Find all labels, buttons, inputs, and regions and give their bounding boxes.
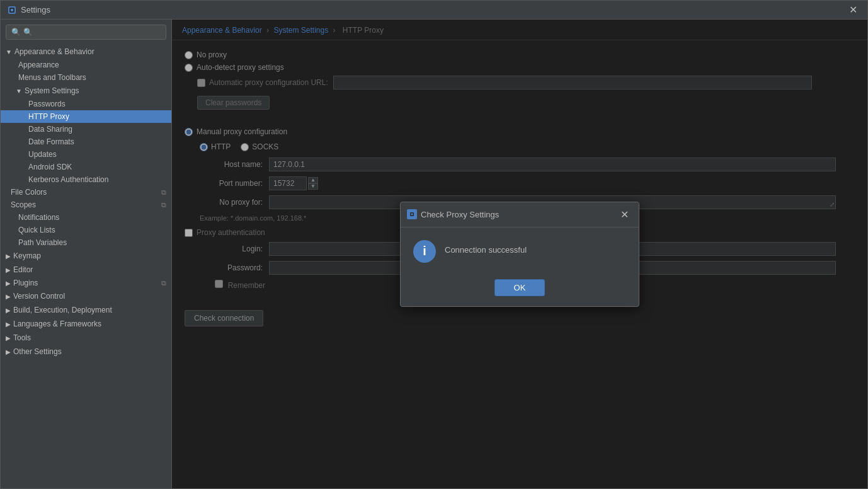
sidebar-item-android-sdk[interactable]: Android SDK — [1, 161, 171, 173]
arrow-icon: ▶ — [6, 321, 11, 328]
check-proxy-dialog: Check Proxy Settings ✕ i Connection succ… — [400, 202, 639, 307]
sidebar-item-label: Kerberos Authentication — [28, 175, 108, 184]
sidebar-item-http-proxy[interactable]: HTTP Proxy — [1, 110, 171, 123]
info-icon: i — [413, 240, 436, 263]
dialog-message: Connection successful — [445, 240, 527, 255]
dialog-title-bar: Check Proxy Settings ✕ — [401, 202, 639, 227]
sidebar-group-label: Tools — [13, 333, 31, 342]
sidebar-group-other-settings[interactable]: ▶ Other Settings — [1, 345, 171, 359]
sidebar-group-build-execution[interactable]: ▶ Build, Execution, Deployment — [1, 303, 171, 317]
copy-icon: ⧉ — [161, 201, 166, 209]
sidebar-item-plugins[interactable]: ▶ Plugins ⧉ — [1, 277, 171, 289]
sidebar-group-label: System Settings — [25, 86, 79, 95]
search-box[interactable]: 🔍 — [6, 25, 166, 40]
sidebar-item-date-formats[interactable]: Date Formats — [1, 135, 171, 148]
svg-rect-5 — [411, 214, 413, 216]
content-area: 🔍 ▼ Appearance & Behavior Appearance Men… — [1, 20, 867, 488]
arrow-icon: ▶ — [6, 293, 11, 300]
sidebar-group-label: Languages & Frameworks — [13, 319, 101, 328]
sidebar-item-label: Notifications — [18, 213, 59, 222]
sidebar-item-label: Plugins — [13, 279, 38, 287]
title-bar: Settings ✕ — [1, 1, 867, 20]
sidebar-item-label: HTTP Proxy — [28, 112, 69, 121]
sidebar: 🔍 ▼ Appearance & Behavior Appearance Men… — [1, 20, 172, 488]
sidebar-item-label: Path Variables — [18, 238, 67, 247]
arrow-icon: ▶ — [6, 253, 11, 260]
dialog-app-icon — [407, 209, 417, 219]
sidebar-group-label: Editor — [13, 265, 33, 274]
sidebar-group-tools[interactable]: ▶ Tools — [1, 331, 171, 345]
sidebar-item-label: File Colors — [11, 188, 47, 197]
sidebar-group-label: Other Settings — [13, 347, 62, 356]
dialog-ok-button[interactable]: OK — [494, 279, 545, 296]
arrow-icon: ▶ — [6, 307, 11, 314]
sidebar-group-system-settings[interactable]: ▼ System Settings — [1, 84, 171, 98]
sidebar-group-editor[interactable]: ▶ Editor — [1, 263, 171, 277]
sidebar-item-label: Quick Lists — [18, 226, 55, 234]
close-button[interactable]: ✕ — [845, 3, 861, 17]
sidebar-item-notifications[interactable]: Notifications — [1, 211, 171, 224]
arrow-icon: ▼ — [6, 49, 12, 55]
dialog-title: Check Proxy Settings — [421, 210, 617, 219]
svg-rect-2 — [11, 9, 13, 11]
arrow-icon: ▶ — [6, 280, 11, 287]
sidebar-item-label: Menus and Toolbars — [18, 73, 86, 82]
dialog-body: i Connection successful — [401, 227, 639, 273]
sidebar-item-appearance[interactable]: Appearance — [1, 59, 171, 71]
sidebar-item-file-colors[interactable]: File Colors ⧉ — [1, 186, 171, 198]
sidebar-item-quick-lists[interactable]: Quick Lists — [1, 224, 171, 236]
sidebar-item-path-variables[interactable]: Path Variables — [1, 236, 171, 249]
sidebar-item-updates[interactable]: Updates — [1, 148, 171, 161]
sidebar-group-label: Version Control — [13, 292, 65, 301]
sidebar-group-label: Appearance & Behavior — [14, 47, 94, 56]
sidebar-group-version-control[interactable]: ▶ Version Control — [1, 289, 171, 303]
title-text: Settings — [21, 5, 845, 14]
sidebar-item-data-sharing[interactable]: Data Sharing — [1, 123, 171, 135]
sidebar-group-label: Build, Execution, Deployment — [13, 306, 112, 314]
sidebar-item-kerberos-auth[interactable]: Kerberos Authentication — [1, 173, 171, 186]
sidebar-item-label: Android SDK — [28, 163, 72, 171]
app-icon — [7, 5, 17, 15]
search-icon: 🔍 — [11, 28, 21, 37]
copy-icon: ⧉ — [161, 188, 166, 197]
search-input[interactable] — [23, 28, 161, 37]
sidebar-group-label: Keymap — [13, 251, 41, 260]
sidebar-group-keymap[interactable]: ▶ Keymap — [1, 249, 171, 263]
sidebar-item-label: Updates — [28, 150, 57, 159]
sidebar-item-scopes[interactable]: Scopes ⧉ — [1, 198, 171, 211]
arrow-icon: ▶ — [6, 348, 11, 355]
copy-icon: ⧉ — [161, 279, 166, 287]
sidebar-group-languages[interactable]: ▶ Languages & Frameworks — [1, 317, 171, 331]
sidebar-item-label: Date Formats — [28, 137, 74, 146]
arrow-icon: ▼ — [16, 88, 22, 95]
sidebar-group-appearance-behavior[interactable]: ▼ Appearance & Behavior — [1, 45, 171, 59]
settings-window: Settings ✕ 🔍 ▼ Appearance & Behavior App… — [0, 0, 868, 489]
sidebar-item-label: Passwords — [28, 100, 66, 108]
arrow-icon: ▶ — [6, 267, 11, 273]
sidebar-item-label: Data Sharing — [28, 125, 72, 134]
dialog-close-button[interactable]: ✕ — [617, 207, 632, 222]
arrow-icon: ▶ — [6, 335, 11, 342]
sidebar-item-menus-toolbars[interactable]: Menus and Toolbars — [1, 71, 171, 84]
sidebar-item-label: Appearance — [18, 60, 59, 69]
dialog-overlay: Check Proxy Settings ✕ i Connection succ… — [172, 20, 867, 488]
sidebar-item-passwords[interactable]: Passwords — [1, 98, 171, 110]
sidebar-item-label: Scopes — [11, 200, 36, 209]
dialog-footer: OK — [401, 273, 639, 306]
main-content: Appearance & Behavior › System Settings … — [172, 20, 867, 488]
